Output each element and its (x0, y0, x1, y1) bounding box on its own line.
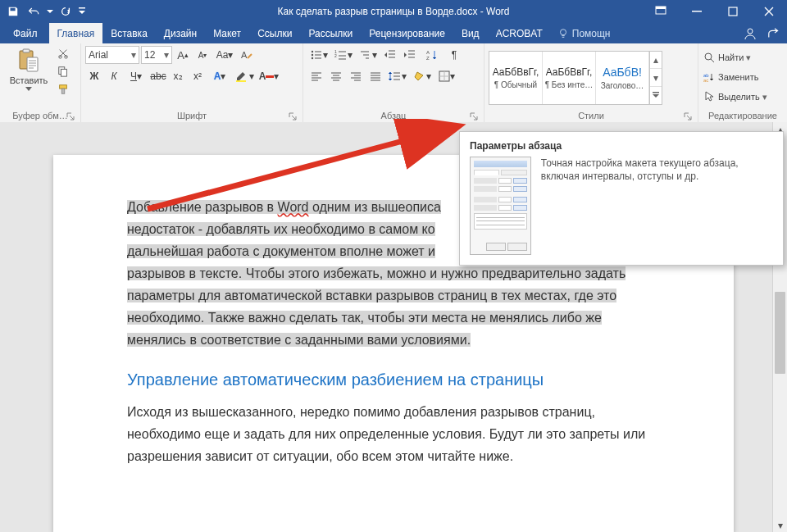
tooltip-description: Точная настройка макета текущего абзаца,… (541, 157, 773, 255)
maximize-button[interactable] (715, 0, 751, 23)
share-icon[interactable] (762, 23, 787, 43)
justify-icon[interactable] (366, 68, 384, 84)
file-tab[interactable]: Файл (2, 23, 49, 43)
svg-text:2: 2 (334, 53, 337, 58)
shrink-font-icon[interactable]: A▾ (193, 47, 212, 63)
bold-button[interactable]: Ж (85, 68, 103, 84)
font-color-icon[interactable]: A▾ (257, 68, 280, 84)
font-dialog-launcher[interactable] (287, 111, 298, 122)
subscript-icon[interactable]: x₂ (169, 68, 187, 84)
svg-rect-13 (61, 69, 66, 76)
clipboard-dialog-launcher[interactable] (65, 111, 76, 122)
superscript-icon[interactable]: x² (189, 68, 207, 84)
svg-rect-26 (653, 92, 659, 93)
borders-icon[interactable]: ▾ (435, 68, 458, 84)
multilevel-list-icon[interactable]: ▾ (357, 47, 380, 63)
font-size-combo[interactable]: 12▾ (141, 46, 172, 64)
qat-customize-icon[interactable] (77, 2, 87, 21)
replace-button[interactable]: abac Заменить (703, 69, 767, 85)
italic-button[interactable]: К (105, 68, 123, 84)
font-group-label: Шрифт (177, 111, 207, 120)
tooltip-preview-image (470, 157, 531, 255)
tab-home[interactable]: Главная (49, 23, 103, 43)
find-button[interactable]: Найти▾ (703, 49, 767, 66)
scrollbar-thumb[interactable] (775, 292, 785, 374)
styles-gallery[interactable]: АаБбВвГг, ¶ Обычный АаБбВвГг, ¶ Без инте… (489, 51, 662, 105)
align-center-icon[interactable] (327, 68, 345, 84)
undo-icon[interactable] (25, 2, 44, 21)
gallery-down-icon[interactable]: ▾ (650, 69, 662, 87)
redo-icon[interactable] (56, 2, 75, 21)
tab-layout[interactable]: Макет (205, 23, 249, 43)
tooltip-title: Параметры абзаца (470, 140, 773, 152)
show-hide-icon[interactable]: ¶ (445, 47, 463, 63)
format-painter-icon[interactable] (55, 82, 71, 97)
svg-rect-0 (79, 7, 85, 9)
align-right-icon[interactable] (347, 68, 365, 84)
copy-icon[interactable] (55, 64, 71, 79)
tab-design[interactable]: Дизайн (156, 23, 205, 43)
paste-button[interactable]: Вставить (4, 46, 53, 93)
highlight-icon[interactable]: ▾ (233, 68, 256, 84)
tell-me[interactable]: Помощн (551, 23, 617, 43)
svg-rect-17 (236, 80, 246, 82)
styles-group-label: Стили (578, 111, 604, 120)
svg-point-18 (312, 51, 313, 52)
gallery-up-icon[interactable]: ▴ (650, 52, 662, 70)
ribbon-options-icon[interactable] (643, 0, 679, 23)
line-spacing-icon[interactable]: ▾ (386, 68, 409, 84)
sort-icon[interactable]: AZ (421, 47, 444, 63)
paragraph-dialog-launcher[interactable] (468, 111, 480, 122)
clear-formatting-icon[interactable]: A (238, 47, 256, 63)
close-button[interactable] (751, 0, 787, 23)
tab-view[interactable]: Вид (453, 23, 488, 43)
style-no-spacing[interactable]: АаБбВвГг, ¶ Без инте… (543, 52, 596, 104)
paragraph-tooltip: Параметры абзаца Точная настройка макета… (459, 131, 784, 266)
tab-review[interactable]: Рецензирование (361, 23, 453, 43)
underline-button[interactable]: Ч▾ (125, 68, 148, 84)
style-normal[interactable]: АаБбВвГг, ¶ Обычный (489, 52, 543, 104)
tell-me-label: Помощн (572, 28, 611, 39)
svg-rect-4 (729, 7, 737, 16)
window-title: Как сделать разрыв страницы в Ворде.docx… (277, 6, 509, 17)
svg-text:ac: ac (703, 78, 708, 82)
undo-dropdown-icon[interactable] (46, 2, 54, 21)
change-case-icon[interactable]: Aa▾ (213, 47, 236, 63)
increase-indent-icon[interactable] (401, 47, 419, 63)
tab-acrobat[interactable]: ACROBAT (488, 23, 551, 43)
numbering-icon[interactable]: 12▾ (332, 47, 355, 63)
styles-dialog-launcher[interactable] (682, 111, 694, 122)
select-icon (703, 90, 716, 103)
save-icon[interactable] (3, 2, 23, 21)
font-name-combo[interactable]: Arial▾ (85, 46, 139, 64)
svg-point-20 (312, 57, 313, 59)
text-effects-icon[interactable]: A▾ (208, 68, 231, 84)
decrease-indent-icon[interactable] (381, 47, 399, 63)
grow-font-icon[interactable]: A▴ (174, 47, 192, 63)
tab-references[interactable]: Ссылки (249, 23, 300, 43)
svg-rect-15 (61, 89, 65, 93)
document-heading[interactable]: Управление автоматическим разбиением на … (127, 371, 660, 389)
svg-point-19 (312, 54, 313, 56)
strikethrough-icon[interactable]: abc (149, 68, 167, 84)
svg-rect-2 (656, 7, 666, 9)
bulb-icon (557, 28, 569, 39)
svg-point-27 (705, 53, 712, 60)
tab-mailings[interactable]: Рассылки (300, 23, 361, 43)
align-left-icon[interactable] (307, 68, 325, 84)
cut-icon[interactable] (55, 46, 71, 61)
user-icon[interactable] (738, 23, 762, 43)
shading-icon[interactable]: ▾ (411, 68, 434, 84)
minimize-button[interactable] (679, 0, 715, 23)
scroll-down-icon[interactable]: ▾ (773, 518, 787, 532)
bullets-icon[interactable]: ▾ (307, 47, 330, 63)
style-heading1[interactable]: АаБбВ! Заголово… (596, 52, 649, 104)
tab-insert[interactable]: Вставка (102, 23, 156, 43)
select-button[interactable]: Выделить▾ (703, 89, 767, 105)
svg-text:A: A (241, 50, 248, 60)
gallery-more-icon[interactable] (650, 87, 662, 104)
svg-text:Z: Z (426, 56, 430, 61)
clipboard-group-label: Буфер обм… (12, 111, 67, 120)
document-paragraph[interactable]: Исходя из вышесказанного, нередко помимо… (127, 401, 660, 467)
paste-label: Вставить (10, 75, 48, 85)
